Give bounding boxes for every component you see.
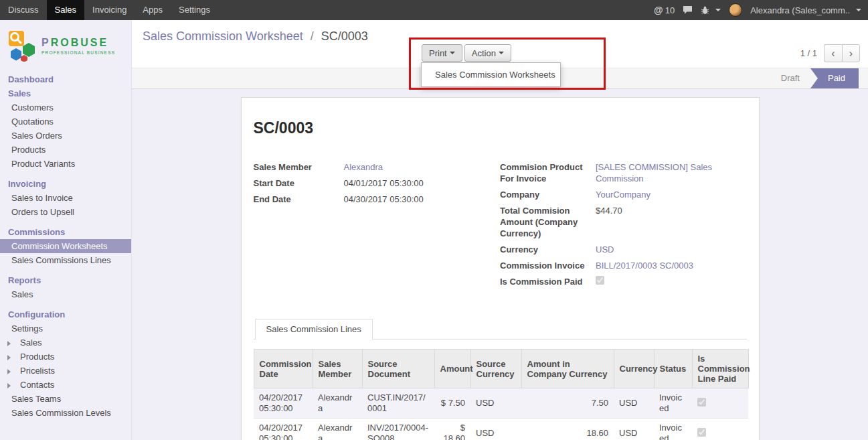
col-amount-company-currency[interactable]: Amount in Company Currency (521, 350, 614, 388)
sidebar-item-settings[interactable]: Settings (0, 321, 131, 336)
stage-draft[interactable]: Draft (770, 68, 810, 88)
sidebar-item-label: Pricelists (20, 366, 55, 376)
debug-menu[interactable] (701, 6, 721, 15)
table-row[interactable]: 04/20/2017 05:30:00 Alexandra INV/2017/0… (254, 419, 748, 440)
bug-icon (701, 6, 709, 15)
menu-apps[interactable]: Apps (135, 0, 171, 20)
sidebar-item-sales-commissions-lines[interactable]: Sales Commissions Lines (0, 253, 131, 267)
print-button[interactable]: Print (422, 44, 462, 62)
end-date-value: 04/30/2017 05:30:00 (344, 194, 424, 205)
menu-sales[interactable]: Sales (47, 0, 85, 20)
sidebar-item-customers[interactable]: Customers (0, 100, 131, 115)
cell-company-amount: 18.60 (521, 419, 614, 440)
mentions-counter[interactable]: @ 10 (654, 5, 675, 15)
brand-name: PROBUSE (41, 37, 115, 49)
cell-doc: INV/2017/0004-SO008 (362, 419, 434, 440)
sidebar-section-configuration[interactable]: Configuration (0, 307, 131, 321)
menu-discuss[interactable]: Discuss (0, 0, 47, 20)
sidebar-section-reports[interactable]: Reports (0, 273, 131, 287)
user-menu[interactable]: Alexandra (Sales_comm.. (750, 5, 861, 15)
field-label: Total Commision Amount (Company Currency… (500, 205, 596, 239)
sidebar-section-sales[interactable]: Sales (0, 86, 131, 100)
col-sales-member[interactable]: Sales Member (313, 350, 362, 388)
cell-src-currency: USD (470, 419, 521, 440)
field-company: Company YourCompany (500, 189, 747, 200)
probuse-logo-icon (7, 29, 37, 62)
total-commission-amount-value: $44.70 (596, 205, 622, 216)
sidebar-item-products[interactable]: Products (0, 143, 131, 157)
sidebar-item-config-products[interactable]: Products (0, 350, 131, 364)
pager-value: 1 / 1 (800, 48, 817, 58)
col-is-commission-line-paid[interactable]: Is Commission Line Paid (692, 350, 748, 388)
field-label: Sales Member (254, 161, 344, 173)
breadcrumb-parent-link[interactable]: Sales Commission Worksheet (143, 29, 303, 43)
sidebar-item-commission-worksheets[interactable]: Commission Worksheets (0, 239, 131, 253)
sidebar-section-invoicing[interactable]: Invoicing (0, 177, 131, 191)
field-start-date: Start Date 04/01/2017 05:30:00 (254, 177, 501, 189)
cell-member: Alexandra (313, 388, 362, 419)
print-dropdown-menu: Sales Commission Worksheets (421, 62, 561, 87)
field-currency: Currency USD (500, 244, 747, 255)
commission-lines-table: Commission Date Sales Member Source Docu… (254, 349, 749, 440)
top-navbar: Discuss Sales Invoicing Apps Settings @ … (0, 0, 868, 20)
menu-item-sales-commission-worksheets[interactable]: Sales Commission Worksheets (422, 66, 560, 84)
expand-arrow-icon (7, 355, 13, 360)
previous-page-button[interactable]: ‹ (824, 44, 842, 62)
form-view: SC/0003 Sales Member Alexandra Start Dat… (132, 89, 868, 440)
col-amount[interactable]: Amount (434, 350, 470, 388)
sidebar-item-reports-sales[interactable]: Sales (0, 287, 131, 301)
col-commission-date[interactable]: Commission Date (254, 350, 313, 388)
action-button[interactable]: Action (464, 44, 511, 62)
sidebar-item-dashboard[interactable]: Dashboard (0, 72, 131, 86)
field-groups: Sales Member Alexandra Start Date 04/01/… (254, 161, 747, 292)
sidebar-nav: Dashboard Sales Customers Quotations Sal… (0, 68, 131, 420)
sidebar-item-sales-teams[interactable]: Sales Teams (0, 392, 131, 406)
sidebar-item-config-contacts[interactable]: Contacts (0, 378, 131, 392)
table-row[interactable]: 04/20/2017 05:30:00 Alexandra CUST.IN/20… (254, 388, 748, 419)
col-currency[interactable]: Currency (614, 350, 654, 388)
chevron-right-icon: › (849, 48, 853, 59)
menu-invoicing[interactable]: Invoicing (84, 0, 135, 20)
commission-product-link[interactable]: [SALES COMMISSION] Sales Commission (596, 161, 746, 184)
cell-company-amount: 7.50 (521, 388, 614, 419)
sidebar-item-config-sales[interactable]: Sales (0, 336, 131, 350)
cell-member: Alexandra (313, 419, 362, 440)
main-content: Sales Commission Worksheet / SC/0003 Pri… (132, 20, 868, 440)
cell-date: 04/20/2017 05:30:00 (254, 388, 313, 419)
field-label: Is Commission Paid (500, 276, 596, 287)
table-header-row: Commission Date Sales Member Source Docu… (254, 350, 748, 388)
sidebar-item-sales-commission-levels[interactable]: Sales Commission Levels (0, 406, 131, 420)
notebook-tabs: Sales Commission Lines (254, 319, 747, 340)
commission-invoice-link[interactable]: BILL/2017/0003 SC/0003 (596, 260, 693, 271)
sidebar-item-label: Products (20, 352, 54, 362)
tab-sales-commission-lines[interactable]: Sales Commission Lines (255, 319, 373, 340)
sidebar-item-quotations[interactable]: Quotations (0, 115, 131, 129)
currency-link[interactable]: USD (596, 244, 614, 255)
sidebar-section-commissions[interactable]: Commissions (0, 225, 131, 239)
sales-member-link[interactable]: Alexandra (344, 161, 383, 173)
expand-arrow-icon (7, 341, 13, 346)
col-source-currency[interactable]: Source Currency (470, 350, 521, 388)
field-label: Commission Invoice (500, 260, 596, 271)
col-source-document[interactable]: Source Document (362, 350, 434, 388)
sidebar-item-product-variants[interactable]: Product Variants (0, 157, 131, 171)
avatar[interactable] (729, 3, 742, 17)
user-name: Alexandra (Sales_comm.. (750, 5, 850, 15)
cell-amount: $ 7.50 (434, 388, 470, 419)
field-group-right: Commision Product For Invoice [SALES COM… (500, 161, 747, 292)
company-link[interactable]: YourCompany (596, 189, 650, 200)
messages-icon[interactable] (683, 5, 693, 15)
sidebar-item-config-pricelists[interactable]: Pricelists (0, 364, 131, 378)
sidebar-item-orders-to-upsell[interactable]: Orders to Upsell (0, 205, 131, 219)
menu-settings[interactable]: Settings (171, 0, 218, 20)
cell-src-currency: USD (470, 388, 521, 419)
sidebar-item-sales-to-invoice[interactable]: Sales to Invoice (0, 191, 131, 205)
field-end-date: End Date 04/30/2017 05:30:00 (254, 194, 501, 205)
stage-paid[interactable]: Paid (810, 68, 859, 88)
next-page-button[interactable]: › (842, 44, 860, 62)
sidebar-item-sales-orders[interactable]: Sales Orders (0, 129, 131, 143)
cell-amount: $ 18.60 (434, 419, 470, 440)
col-status[interactable]: Status (654, 350, 692, 388)
breadcrumb: Sales Commission Worksheet / SC/0003 (143, 29, 368, 44)
chevron-down-icon (856, 9, 861, 14)
